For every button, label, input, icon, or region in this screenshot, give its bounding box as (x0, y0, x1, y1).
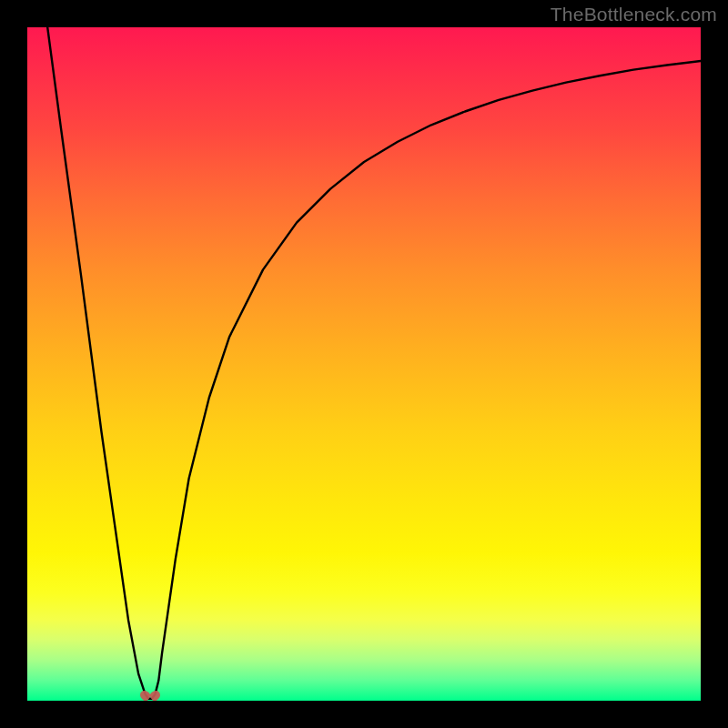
chart-plot-area (27, 27, 701, 701)
bottleneck-curve (27, 27, 701, 701)
optimum-marker-heart-icon (139, 688, 161, 701)
watermark-text: TheBottleneck.com (551, 4, 717, 25)
